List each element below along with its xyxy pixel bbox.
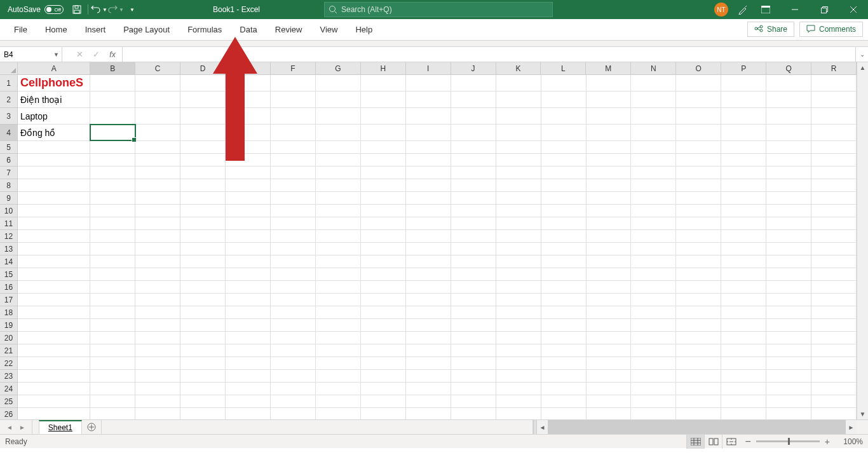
cell-C2[interactable] (135, 92, 180, 107)
tab-view[interactable]: View (311, 19, 346, 40)
cell-G20[interactable] (316, 332, 361, 344)
cell-K6[interactable] (496, 154, 541, 166)
cell-H20[interactable] (361, 332, 406, 344)
cell-I11[interactable] (406, 217, 451, 229)
cell-I21[interactable] (406, 344, 451, 357)
cell-R15[interactable] (811, 268, 857, 280)
row-header-8[interactable]: 8 (0, 179, 17, 192)
row-header-25[interactable]: 25 (0, 395, 17, 408)
cell-I19[interactable] (406, 319, 451, 331)
cell-Q10[interactable] (766, 205, 811, 217)
cell-C3[interactable] (135, 108, 180, 124)
cell-J3[interactable] (451, 108, 496, 124)
cell-O22[interactable] (676, 357, 721, 369)
cell-M25[interactable] (587, 395, 632, 407)
cell-Q20[interactable] (766, 332, 811, 344)
cell-R3[interactable] (811, 108, 857, 124)
cell-O1[interactable] (676, 75, 721, 91)
cell-F12[interactable] (271, 230, 316, 242)
tab-home[interactable]: Home (36, 19, 76, 40)
cell-P20[interactable] (721, 332, 766, 344)
cell-A23[interactable] (18, 370, 90, 382)
cell-R6[interactable] (811, 154, 857, 166)
cell-J14[interactable] (451, 255, 496, 268)
cell-K22[interactable] (496, 357, 541, 369)
column-header-R[interactable]: R (811, 62, 857, 74)
cell-H26[interactable] (361, 408, 406, 420)
cell-R11[interactable] (811, 217, 857, 229)
cell-Q22[interactable] (766, 357, 811, 369)
scrollbar-thumb[interactable] (548, 420, 846, 434)
cell-B21[interactable] (90, 344, 135, 357)
cell-L15[interactable] (541, 268, 587, 280)
cell-K21[interactable] (496, 344, 541, 357)
cell-J8[interactable] (451, 179, 496, 191)
row-header-20[interactable]: 20 (0, 332, 17, 344)
cell-P2[interactable] (721, 92, 766, 107)
cell-E12[interactable] (226, 230, 271, 242)
column-header-M[interactable]: M (586, 62, 631, 74)
cell-A16[interactable] (18, 281, 90, 293)
cell-P10[interactable] (721, 205, 766, 217)
cell-I6[interactable] (406, 154, 451, 166)
cell-E5[interactable] (226, 141, 271, 153)
cell-I5[interactable] (406, 141, 451, 153)
row-header-19[interactable]: 19 (0, 319, 17, 332)
cell-N9[interactable] (631, 192, 676, 204)
cell-D21[interactable] (180, 344, 226, 357)
tab-review[interactable]: Review (266, 19, 311, 40)
row-header-1[interactable]: 1 (0, 75, 17, 92)
cell-M1[interactable] (587, 75, 632, 91)
cell-M18[interactable] (587, 306, 632, 318)
cell-M23[interactable] (587, 370, 632, 382)
cell-O21[interactable] (676, 344, 721, 357)
comments-button[interactable]: Comments (799, 22, 863, 37)
cell-K10[interactable] (496, 205, 541, 217)
cell-R13[interactable] (811, 243, 857, 255)
cell-H24[interactable] (361, 383, 406, 395)
cell-G10[interactable] (316, 205, 361, 217)
cell-L7[interactable] (541, 166, 587, 179)
cell-Q2[interactable] (766, 92, 811, 107)
cell-R21[interactable] (811, 344, 857, 357)
cell-H6[interactable] (361, 154, 406, 166)
cell-O10[interactable] (676, 205, 721, 217)
cell-M4[interactable] (587, 125, 632, 140)
cell-B13[interactable] (90, 243, 135, 255)
cell-K11[interactable] (496, 217, 541, 229)
cell-R20[interactable] (811, 332, 857, 344)
cell-H18[interactable] (361, 306, 406, 318)
scroll-left-icon[interactable]: ◄ (537, 424, 548, 431)
cell-H2[interactable] (361, 92, 406, 107)
cell-E11[interactable] (226, 217, 271, 229)
column-header-Q[interactable]: Q (766, 62, 811, 74)
cell-C11[interactable] (135, 217, 180, 229)
cell-R17[interactable] (811, 294, 857, 306)
cell-C16[interactable] (135, 281, 180, 293)
cell-L1[interactable] (541, 75, 587, 91)
cell-E18[interactable] (226, 306, 271, 318)
cell-A4[interactable]: Đồng hồ (18, 125, 90, 140)
cell-E23[interactable] (226, 370, 271, 382)
cell-M8[interactable] (587, 179, 632, 191)
cell-A19[interactable] (18, 319, 90, 331)
cell-P17[interactable] (721, 294, 766, 306)
cell-B22[interactable] (90, 357, 135, 369)
cell-P26[interactable] (721, 408, 766, 420)
cell-K23[interactable] (496, 370, 541, 382)
cell-G15[interactable] (316, 268, 361, 280)
row-header-15[interactable]: 15 (0, 268, 17, 281)
cell-L17[interactable] (541, 294, 587, 306)
cell-C5[interactable] (135, 141, 180, 153)
cell-R7[interactable] (811, 166, 857, 179)
cell-D3[interactable] (180, 108, 226, 124)
search-box[interactable]: Search (Alt+Q) (324, 2, 553, 17)
cell-J22[interactable] (451, 357, 496, 369)
cell-Q23[interactable] (766, 370, 811, 382)
cell-H11[interactable] (361, 217, 406, 229)
cell-C25[interactable] (135, 395, 180, 407)
cell-O5[interactable] (676, 141, 721, 153)
cell-C14[interactable] (135, 255, 180, 268)
cell-M13[interactable] (587, 243, 632, 255)
cell-C26[interactable] (135, 408, 180, 420)
